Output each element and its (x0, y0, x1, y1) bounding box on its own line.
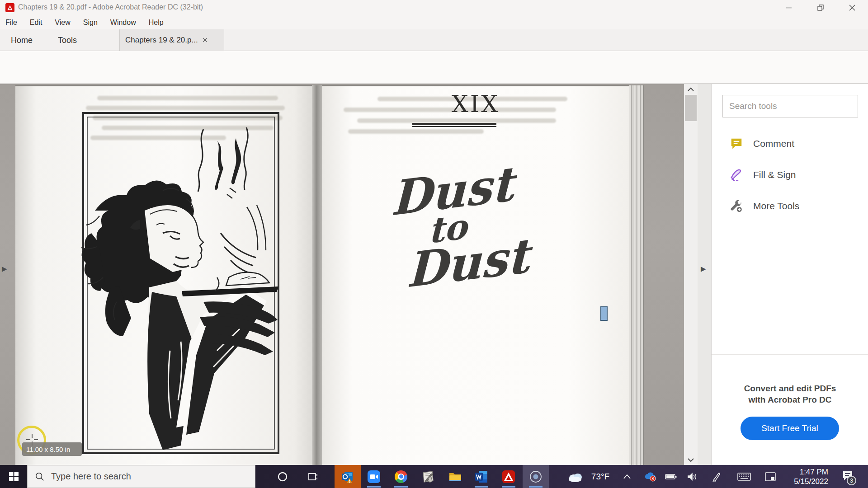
menu-file[interactable]: File (5, 19, 17, 27)
search-icon (35, 472, 45, 482)
scroll-up-icon[interactable] (684, 84, 698, 94)
weather-temperature[interactable]: 73°F (588, 465, 613, 488)
touch-keyboard-tray-icon[interactable] (734, 465, 754, 488)
menu-bar: File Edit View Sign Window Help (0, 15, 868, 29)
cortana-button[interactable] (271, 465, 294, 488)
chapter-title-calligraphy: Dust to Dust (369, 160, 544, 295)
bleed-text-line (348, 129, 484, 134)
tab-bar: Home Tools Chapters 19 & 20.p... (0, 29, 868, 51)
cortana-icon (277, 471, 288, 482)
file-explorer-icon (448, 470, 462, 483)
tools-sidebar: Comment Fill & Sign More Tools Convert a… (711, 84, 868, 465)
taskbar-recorder-button[interactable] (523, 465, 549, 488)
start-button[interactable] (0, 465, 27, 488)
main-toolbar: / 11 81.7% (0, 51, 868, 84)
adobe-acrobat-icon (5, 3, 14, 12)
menu-help[interactable]: Help (149, 19, 164, 27)
sidebar-item-more-tools[interactable]: More Tools (730, 196, 856, 216)
tab-tools[interactable]: Tools (58, 29, 77, 51)
open-app-indicator (475, 486, 488, 488)
tab-close-icon[interactable] (203, 36, 208, 45)
scrollbar-thumb[interactable] (685, 95, 697, 121)
open-app-indicator (529, 486, 542, 488)
scroll-gutter (698, 84, 711, 465)
search-tools-input[interactable] (722, 95, 858, 117)
notes-app-icon (421, 470, 435, 483)
onedrive-error-icon (644, 472, 656, 482)
open-app-indicator (394, 486, 408, 488)
pen-tray-icon[interactable] (709, 465, 725, 488)
menu-view[interactable]: View (55, 19, 70, 27)
windows-logo-icon (9, 472, 19, 481)
taskbar-word-button[interactable] (468, 465, 495, 488)
taskbar-chrome-button[interactable] (388, 465, 414, 488)
menu-window[interactable]: Window (110, 19, 136, 27)
book-fold (312, 85, 322, 465)
form-field-highlight[interactable] (600, 306, 608, 321)
zoom-app-icon (367, 470, 381, 483)
chapter-illustration (68, 98, 294, 465)
taskbar-acrobat-button[interactable] (495, 465, 522, 488)
screen-recorder-icon (529, 470, 542, 483)
chrome-icon (395, 470, 407, 483)
acrobat-icon (502, 470, 515, 483)
taskbar-search-box[interactable]: Type here to search (27, 465, 255, 488)
restore-button[interactable] (810, 0, 831, 15)
taskbar-explorer-button[interactable] (442, 465, 468, 488)
acrobat-pro-promo: Convert and edit PDFs with Acrobat Pro D… (712, 354, 868, 405)
left-panel-expand-icon[interactable]: ▶ (2, 265, 7, 273)
tab-document[interactable]: Chapters 19 & 20.p... (119, 29, 224, 51)
volume-tray-icon[interactable] (684, 465, 701, 488)
taskbar-search-placeholder: Type here to search (51, 471, 131, 482)
clock-time: 1:47 PM (800, 467, 828, 477)
task-view-button[interactable] (301, 465, 325, 488)
action-center-button[interactable]: 3 (835, 465, 860, 488)
tab-document-label: Chapters 19 & 20.p... (125, 36, 198, 45)
document-canvas[interactable]: XIX Dust to Dust ▶ ▶ 11.00 x 8.50 in (0, 84, 711, 465)
start-free-trial-button[interactable]: Start Free Trial (741, 417, 839, 440)
weather-widget[interactable] (565, 465, 586, 488)
word-icon (475, 470, 488, 483)
taskbar-notes-button[interactable] (415, 465, 441, 488)
close-icon[interactable] (842, 0, 863, 15)
menu-edit[interactable]: Edit (30, 19, 42, 27)
battery-tray-icon[interactable] (663, 465, 679, 488)
bleed-text-line (357, 118, 556, 123)
menu-sign[interactable]: Sign (83, 19, 98, 27)
title-bar: Chapters 19 & 20.pdf - Adobe Acrobat Rea… (0, 0, 868, 15)
tray-expand-button[interactable] (619, 465, 635, 488)
minimize-button[interactable] (778, 0, 799, 15)
cloud-icon (568, 471, 583, 482)
taskbar-zoom-button[interactable] (361, 465, 387, 488)
open-app-indicator (502, 486, 515, 488)
page-size-tooltip: 11.00 x 8.50 in (22, 442, 82, 456)
scroll-down-icon[interactable] (684, 455, 698, 465)
open-app-indicator (367, 486, 381, 488)
clock-date: 5/15/2022 (794, 477, 828, 486)
tablet-mode-tray-icon[interactable] (761, 465, 779, 488)
page-edge-stack (629, 85, 644, 465)
chapter-number: XIX (322, 90, 629, 117)
window-title: Chapters 19 & 20.pdf - Adobe Acrobat Rea… (18, 3, 203, 11)
taskbar-clock[interactable]: 1:47 PM 5/15/2022 (788, 465, 828, 488)
sidebar-item-comment[interactable]: Comment (730, 134, 856, 154)
onedrive-tray-button[interactable] (642, 465, 658, 488)
fill-sign-icon (730, 168, 743, 182)
chapter-rule (412, 123, 496, 127)
task-view-icon (307, 471, 318, 482)
outlook-icon (341, 470, 354, 483)
chevron-up-icon (623, 474, 631, 479)
right-panel-expand-icon[interactable]: ▶ (701, 265, 706, 273)
comment-icon (730, 137, 743, 150)
tab-home[interactable]: Home (11, 29, 33, 51)
vertical-scrollbar[interactable] (684, 84, 698, 465)
taskbar-outlook-button[interactable] (335, 465, 361, 488)
more-tools-icon (730, 199, 743, 213)
sidebar-item-fill-sign[interactable]: Fill & Sign (730, 165, 856, 185)
notification-count-badge: 3 (847, 476, 856, 485)
acrobat-reader-window: Chapters 19 & 20.pdf - Adobe Acrobat Rea… (0, 0, 868, 488)
